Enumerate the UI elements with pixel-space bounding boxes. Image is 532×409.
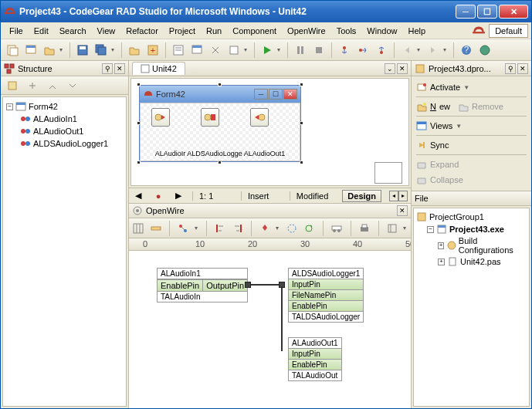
struct-btn1[interactable] (4, 77, 21, 94)
minimize-button[interactable]: ─ (456, 5, 476, 19)
first-icon[interactable]: ◀ (132, 190, 144, 202)
ow-grid-button[interactable] (132, 220, 145, 237)
designer-component[interactable] (201, 108, 219, 127)
pin[interactable]: EnablePin (158, 280, 203, 291)
prev-view-icon[interactable]: ◂ (389, 191, 398, 201)
pin[interactable]: FileNamePin (288, 290, 364, 301)
ow-refresh-button[interactable] (303, 220, 316, 237)
tree-root[interactable]: − Form42 (6, 100, 123, 113)
view-form-button[interactable] (188, 42, 205, 59)
designer-component[interactable] (151, 108, 170, 127)
menu-view[interactable]: View (92, 25, 121, 37)
ow-print-button[interactable] (358, 220, 371, 237)
new-form-button[interactable] (22, 42, 39, 59)
pin-icon[interactable]: ⚲ (102, 63, 113, 74)
menu-tools[interactable]: Tools (331, 25, 362, 37)
activate-button[interactable]: Activate ▼ (416, 79, 527, 95)
pin[interactable]: InputPin (288, 349, 342, 360)
tree-item[interactable]: ALDSAudioLogger1 (6, 137, 123, 150)
toggle-form-unit-button[interactable] (207, 42, 224, 59)
ow-align-right-button[interactable] (231, 220, 244, 237)
save-button[interactable] (74, 42, 91, 59)
tree-item[interactable]: ALAudioOut1 (6, 125, 123, 137)
collapse-icon[interactable]: − (6, 103, 13, 110)
menu-openwire[interactable]: OpenWire (282, 25, 331, 37)
collapse-icon[interactable]: − (427, 226, 434, 233)
struct-btn2[interactable] (24, 77, 41, 94)
project-tree[interactable]: ProjectGroup1 −Project43.exe +Build Conf… (413, 208, 530, 407)
struct-btn3[interactable] (44, 77, 61, 94)
save-all-button[interactable] (93, 42, 110, 59)
struct-btn4[interactable] (64, 77, 81, 94)
forward-button[interactable] (425, 42, 442, 59)
pin-icon[interactable]: ⚲ (505, 63, 516, 74)
ow-node-button[interactable] (259, 220, 272, 237)
menu-project[interactable]: Project (164, 25, 201, 37)
open-project-button[interactable] (126, 42, 143, 59)
ow-zoom-button[interactable] (385, 220, 398, 237)
openwire-canvas[interactable]: ALAudioIn1 EnablePinOutputPin TALAudioIn… (129, 251, 411, 408)
view-unit-button[interactable] (170, 42, 187, 59)
tree-item[interactable]: −Project43.exe (416, 223, 527, 235)
tree-item[interactable]: +Unit42.pas (416, 255, 527, 268)
help-button[interactable]: ? (458, 42, 475, 59)
form-designer[interactable]: Form42 ─☐✕ ALAudioIr ALDSAudioLogge ALAu… (130, 78, 409, 186)
add-to-project-button[interactable]: + (144, 42, 161, 59)
new-button[interactable]: NNewew (416, 99, 450, 114)
tree-item[interactable]: ALAudioIn1 (6, 113, 123, 125)
collapse-button[interactable]: Collapse (416, 172, 527, 188)
wire-node[interactable]: ALAudioIn1 EnablePinOutputPin TALAudioIn (157, 268, 248, 303)
menu-file[interactable]: File (4, 25, 29, 37)
web-button[interactable] (476, 42, 493, 59)
next-view-icon[interactable]: ▸ (398, 191, 408, 201)
tree-item[interactable]: +Build Configurations (416, 235, 527, 255)
menu-edit[interactable]: Edit (29, 25, 54, 37)
wire-node[interactable]: ALAudioOut1 InputPin EnablePin TALAudioO… (288, 337, 342, 381)
sync-button[interactable]: Sync (416, 137, 527, 153)
menu-help[interactable]: Help (402, 25, 431, 37)
stop-button[interactable] (310, 42, 327, 59)
open-button[interactable] (41, 42, 58, 59)
maximize-button[interactable]: ☐ (477, 5, 497, 19)
expand-icon[interactable]: + (438, 259, 445, 265)
design-tab[interactable]: Design (342, 190, 381, 202)
structure-tree[interactable]: − Form42 ALAudioIn1 ALAudioOut1 ALDSAudi… (2, 96, 127, 407)
expand-button[interactable]: Expand (416, 157, 527, 172)
ow-ruler-button[interactable] (150, 220, 163, 237)
form-thumbnail[interactable] (374, 162, 402, 184)
menu-search[interactable]: Search (54, 25, 92, 37)
pin[interactable]: OutputPin (203, 280, 247, 291)
record-icon[interactable]: ● (152, 190, 164, 202)
new-module-button[interactable] (225, 42, 242, 59)
run-button[interactable] (259, 42, 276, 59)
menu-component[interactable]: Component (227, 25, 282, 37)
close-button[interactable]: ✕ (499, 5, 528, 19)
remove-button[interactable]: Remove (458, 99, 503, 114)
form-window[interactable]: Form42 ─☐✕ ALAudioIr ALDSAudioLogge ALAu… (139, 85, 301, 162)
pin[interactable]: EnablePin (288, 301, 364, 312)
tab-close-icon[interactable]: ✕ (397, 63, 408, 74)
step-over-button[interactable] (354, 42, 371, 59)
ow-car-button[interactable] (330, 220, 344, 237)
close-panel-icon[interactable]: ✕ (517, 63, 528, 74)
tree-item[interactable]: ProjectGroup1 (416, 211, 527, 223)
pause-button[interactable] (292, 42, 309, 59)
tab-unit[interactable]: Unit42 (132, 62, 185, 75)
menu-refactor[interactable]: Refactor (120, 25, 164, 37)
run-until-return-button[interactable] (373, 42, 390, 59)
views-button[interactable]: Views ▼ (416, 118, 527, 134)
expand-icon[interactable]: + (438, 242, 444, 249)
ow-circle-button[interactable] (285, 220, 298, 237)
ow-align-left-button[interactable] (213, 220, 226, 237)
ow-close-icon[interactable]: ✕ (397, 205, 408, 216)
trace-into-button[interactable] (336, 42, 353, 59)
back-button[interactable] (398, 42, 415, 59)
connector-junction[interactable] (279, 282, 285, 288)
pin[interactable]: EnablePin (288, 360, 342, 370)
pin[interactable]: InputPin (288, 279, 364, 290)
close-panel-icon[interactable]: ✕ (114, 63, 125, 74)
menu-window[interactable]: Window (361, 25, 402, 37)
tab-menu-icon[interactable]: ⌄ (385, 63, 395, 74)
menu-run[interactable]: Run (201, 25, 227, 37)
designer-component[interactable] (250, 108, 269, 127)
